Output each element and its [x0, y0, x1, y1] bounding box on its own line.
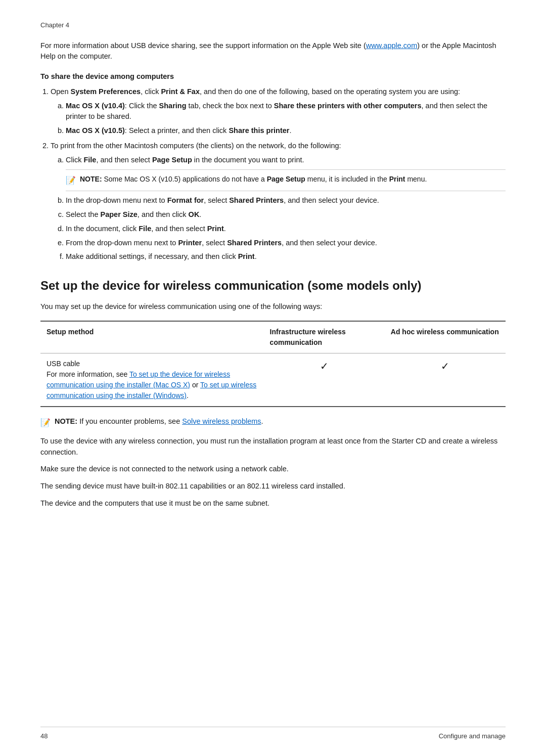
- step-2: To print from the other Macintosh comput…: [51, 141, 506, 262]
- step1b-os: Mac OS X (v10.5): [66, 126, 125, 135]
- table-header-row: Setup method Infrastructure wireless com…: [40, 321, 506, 353]
- intro-text: For more information about USB device sh…: [40, 41, 366, 50]
- step2-sub-list: Click File, and then select Page Setup i…: [66, 155, 506, 263]
- step1-bold2: Print & Fax: [161, 87, 200, 96]
- step1-bold1: System Preferences: [71, 87, 141, 96]
- note-pagesetup-text: NOTE: Some Mac OS X (v10.5) applications…: [80, 174, 427, 185]
- method-note-mid: or: [190, 381, 200, 389]
- step1a-bold2: Share these printers with other computer…: [274, 102, 422, 110]
- col-header-adhoc: Ad hoc wireless communication: [385, 321, 506, 353]
- wireless-note-icon: 📝: [40, 417, 51, 429]
- step2a: Click File, and then select Page Setup i…: [66, 155, 506, 192]
- footer-para-0: To use the device with any wireless conn…: [40, 436, 506, 458]
- step2c-ok: OK: [189, 210, 200, 218]
- intro-paragraph: For more information about USB device sh…: [40, 40, 506, 63]
- page-number: 48: [40, 731, 48, 741]
- step2b: In the drop-down menu next to Format for…: [66, 195, 506, 206]
- step2c: Select the Paper Size, and then click OK…: [66, 209, 506, 220]
- step2b-format: Format for: [167, 196, 204, 204]
- wireless-note-label: NOTE:: [55, 417, 77, 425]
- step1-sub-list: Mac OS X (v10.4): Click the Sharing tab,…: [66, 101, 506, 137]
- note-pagesetup: 📝 NOTE: Some Mac OS X (v10.5) applicatio…: [66, 169, 506, 191]
- wireless-section-title: Set up the device for wireless communica…: [40, 278, 506, 293]
- step1b-bold1: Share this printer: [229, 126, 289, 135]
- step1a: Mac OS X (v10.4): Click the Sharing tab,…: [66, 101, 506, 123]
- wireless-note-text: NOTE: If you encounter problems, see Sol…: [55, 416, 263, 427]
- note-icon: 📝: [66, 174, 76, 187]
- main-steps-list: Open System Preferences, click Print & F…: [51, 86, 506, 262]
- step2d-file: File: [139, 225, 151, 233]
- step2a-file: File: [83, 156, 96, 164]
- share-heading: To share the device among computers: [40, 71, 506, 82]
- method-note: For more information, see To set up the …: [47, 369, 258, 401]
- page-footer: 48 Configure and manage: [40, 727, 506, 741]
- wireless-note-before: If you encounter problems, see: [77, 417, 182, 425]
- step2d: In the document, click File, and then se…: [66, 224, 506, 235]
- method-name: USB cable: [47, 359, 258, 369]
- step2f-print: Print: [238, 252, 255, 260]
- wireless-note-after: .: [261, 417, 263, 425]
- step1b: Mac OS X (v10.5): Select a printer, and …: [66, 125, 506, 137]
- step2b-shared: Shared Printers: [229, 196, 284, 204]
- setup-table: Setup method Infrastructure wireless com…: [40, 321, 506, 407]
- page: Chapter 4 For more information about USB…: [0, 0, 546, 756]
- col-header-method: Setup method: [40, 321, 264, 353]
- infra-check-cell: ✓: [264, 353, 385, 407]
- col-header-infra: Infrastructure wireless communication: [264, 321, 385, 353]
- step2e-printer: Printer: [178, 239, 202, 247]
- step2e: From the drop-down menu next to Printer,…: [66, 238, 506, 249]
- step1a-bold1: Sharing: [159, 102, 187, 110]
- footer-section: Configure and manage: [439, 731, 506, 741]
- step2c-papersize: Paper Size: [101, 210, 138, 218]
- footer-para-1: Make sure the device is not connected to…: [40, 464, 506, 475]
- step2f: Make additional settings, if necessary, …: [66, 251, 506, 262]
- footer-para-3: The device and the computers that use it…: [40, 498, 506, 509]
- method-note-before: For more information, see: [47, 370, 129, 378]
- step2e-shared: Shared Printers: [227, 239, 282, 247]
- adhoc-check-cell: ✓: [385, 353, 506, 407]
- wireless-note: 📝 NOTE: If you encounter problems, see S…: [40, 415, 506, 429]
- chapter-label: Chapter 4: [40, 20, 506, 30]
- footer-para-2: The sending device must have built-in 80…: [40, 481, 506, 492]
- table-row: USB cable For more information, see To s…: [40, 353, 506, 407]
- footer-paras: To use the device with any wireless conn…: [40, 436, 506, 509]
- method-note-after: .: [187, 391, 189, 399]
- apple-link[interactable]: www.apple.com: [366, 41, 418, 50]
- step-1: Open System Preferences, click Print & F…: [51, 86, 506, 137]
- method-cell: USB cable For more information, see To s…: [40, 353, 264, 407]
- step2a-pagesetup: Page Setup: [152, 156, 192, 164]
- step2d-print: Print: [207, 225, 224, 233]
- wireless-intro: You may set up the device for wireless c…: [40, 301, 506, 313]
- step1a-os: Mac OS X (v10.4): [66, 102, 125, 110]
- wireless-note-link[interactable]: Solve wireless problems: [182, 417, 261, 425]
